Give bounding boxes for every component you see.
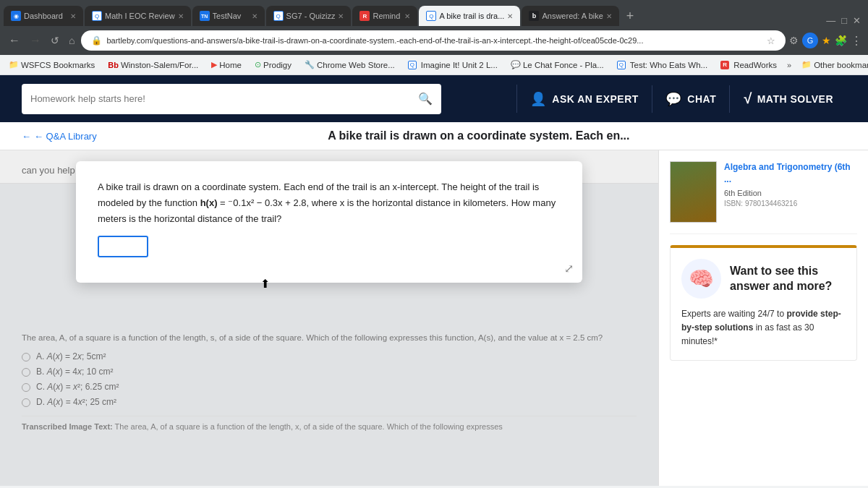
want-answer-desc1: Experts are waiting 24/7 to [681,309,786,319]
nav-back[interactable]: ← [6,31,23,50]
window-minimize[interactable]: — [826,15,835,26]
bookmarks-more[interactable]: » [787,61,791,69]
search-input[interactable] [30,93,418,104]
tab-bike-favicon: Q [426,11,436,21]
ask-expert-icon: 👤 [530,91,547,107]
bookmark-home[interactable]: ▶ Home [208,59,244,71]
bookmark-bb[interactable]: Bb Winston-Salem/For... [105,59,201,71]
answer-input[interactable] [98,236,148,257]
back-link-label: ← Q&A Library [34,131,97,142]
header-actions: 👤 ASK AN EXPERT 💬 CHAT √ MATH SOLVER [516,85,846,113]
bookmark-test-icon: Q [617,61,626,69]
bookmark-test-label: Test: Who Eats Wh... [630,61,707,69]
star-icon[interactable]: ★ [822,35,831,46]
bookmark-imagine-label: Imagine It! Unit 2 L... [421,61,498,69]
bookmark-prodigy[interactable]: ⊙ Prodigy [252,59,294,71]
tab-testnav-label: TestNav [213,12,249,20]
book-title[interactable]: Algebra and Trigonometry (6th ... [724,161,857,186]
brain-icon: 🧠 [681,259,721,299]
bookmark-readworks-label: ReadWorks [733,61,777,69]
tab-dashboard-close[interactable]: ✕ [70,12,76,20]
bookmark-prodigy-icon: ⊙ [255,60,261,69]
tab-math-favicon: Q [92,11,102,21]
bookmark-home-icon: ▶ [211,60,217,69]
content-left: can you help me with this and do it step… [0,150,658,486]
modal-problem-text: A bike trail is drawn on a coordinate sy… [98,179,561,227]
tab-remind-label: Remind [373,12,401,20]
tab-bar: ◉ Dashboard ✕ Q Math I EOC Review ✕ TN T… [0,0,868,26]
bookmark-chrome[interactable]: 🔧 Chrome Web Store... [302,59,398,71]
extensions-icon[interactable]: ⚙ [789,35,799,46]
tab-quizizz-close[interactable]: ✕ [338,12,344,20]
toolbar-icons: ⚙ G ★ 🧩 ⋮ [789,33,862,48]
book-edition: 6th Edition [724,189,857,197]
tab-bike[interactable]: Q A bike trail is dra... ✕ [419,6,520,26]
book-cover [670,161,717,223]
want-answer-title: Want to see this answer and more? [730,264,846,294]
bookmark-readworks[interactable]: R ReadWorks [718,59,780,71]
address-bar[interactable]: 🔒 bartleby.com/questions-and-answers/a-b… [81,30,786,51]
nav-refresh[interactable]: ↺ [48,32,62,49]
menu-icon[interactable]: ⋮ [851,34,862,48]
math-solver-icon: √ [743,90,751,107]
bookmark-readworks-icon: R [720,61,729,69]
bookmark-bb-label: Winston-Salem/For... [121,61,198,69]
bookmark-test[interactable]: Q Test: Who Eats Wh... [614,59,710,71]
tab-remind-close[interactable]: ✕ [404,12,410,20]
tab-math[interactable]: Q Math I EOC Review ✕ [85,6,191,26]
tab-dashboard-label: Dashboard [24,12,67,20]
window-maximize[interactable]: □ [841,15,847,26]
bookmark-wsfcs[interactable]: 📁 WSFCS Bookmarks [6,59,98,71]
bookmark-chrome-label: Chrome Web Store... [317,61,395,69]
bookmark-other-icon: 📁 [801,60,812,69]
nav-home[interactable]: ⌂ [66,32,77,49]
bookmark-imagine-icon: Q [408,61,417,69]
bookmark-wsfcs-label: WSFCS Bookmarks [21,61,95,69]
want-answer-desc: Experts are waiting 24/7 to provide step… [681,307,846,349]
math-solver-label: MATH SOLVER [757,93,833,105]
want-answer-header: 🧠 Want to see this answer and more? [681,259,846,299]
bookmark-imagine[interactable]: Q Imagine It! Unit 2 L... [405,59,501,71]
book-card: Algebra and Trigonometry (6th ... 6th Ed… [670,161,857,234]
tab-math-close[interactable]: ✕ [178,12,184,20]
site-header: 🔍 👤 ASK AN EXPERT 💬 CHAT √ MATH SOLVER [0,75,868,122]
tab-bike-close[interactable]: ✕ [507,12,513,20]
tab-remind[interactable]: R Remind ✕ [352,6,417,26]
back-to-library[interactable]: ← ← Q&A Library [22,131,97,142]
bookmark-chrome-icon: 🔧 [305,60,315,69]
tab-math-label: Math I EOC Review [105,12,175,20]
address-row: ← → ↺ ⌂ 🔒 bartleby.com/questions-and-ans… [0,26,868,55]
problem-modal: A bike trail is drawn on a coordinate sy… [76,161,582,283]
nav-forward[interactable]: → [27,31,44,50]
ask-expert-button[interactable]: 👤 ASK AN EXPERT [517,85,652,113]
tab-quizizz[interactable]: Q SG7 - Quizizz ✕ [266,6,352,26]
bookmark-lechat-icon: 💬 [511,60,521,69]
new-tab-button[interactable]: + [621,6,640,26]
bookmark-star-icon[interactable]: ☆ [767,35,775,46]
puzzle-icon[interactable]: 🧩 [835,35,847,46]
window-close[interactable]: ✕ [853,15,861,26]
content-right: Algebra and Trigonometry (6th ... 6th Ed… [658,150,868,486]
search-icon[interactable]: 🔍 [418,92,433,106]
tab-testnav-close[interactable]: ✕ [252,12,258,20]
bookmark-bb-icon: Bb [108,61,119,69]
modal-overlay: A bike trail is drawn on a coordinate sy… [0,150,658,486]
modal-h-func: h(x) [200,197,218,208]
site-search-bar[interactable]: 🔍 [22,84,441,114]
tab-remind-favicon: R [359,11,370,21]
tab-dashboard-favicon: ◉ [11,11,21,21]
tab-dashboard[interactable]: ◉ Dashboard ✕ [4,6,83,26]
math-solver-button[interactable]: √ MATH SOLVER [730,85,846,113]
tab-testnav[interactable]: TN TestNav ✕ [192,6,265,26]
tab-answered[interactable]: b Answered: A bike ✕ [522,6,618,26]
expand-icon[interactable]: ⤢ [564,262,574,275]
book-info: Algebra and Trigonometry (6th ... 6th Ed… [724,161,857,223]
tab-answered-close[interactable]: ✕ [606,12,612,20]
profile-icon[interactable]: G [802,33,818,48]
chat-button[interactable]: 💬 CHAT [652,85,730,113]
main-content: can you help me with this and do it step… [0,150,868,486]
bookmark-home-label: Home [219,61,242,69]
bookmarks-bar: 📁 WSFCS Bookmarks Bb Winston-Salem/For..… [0,55,868,75]
bookmark-lechat[interactable]: 💬 Le Chat Fonce - Pla... [508,59,607,71]
bookmark-other[interactable]: 📁 Other bookmarks [799,59,868,71]
